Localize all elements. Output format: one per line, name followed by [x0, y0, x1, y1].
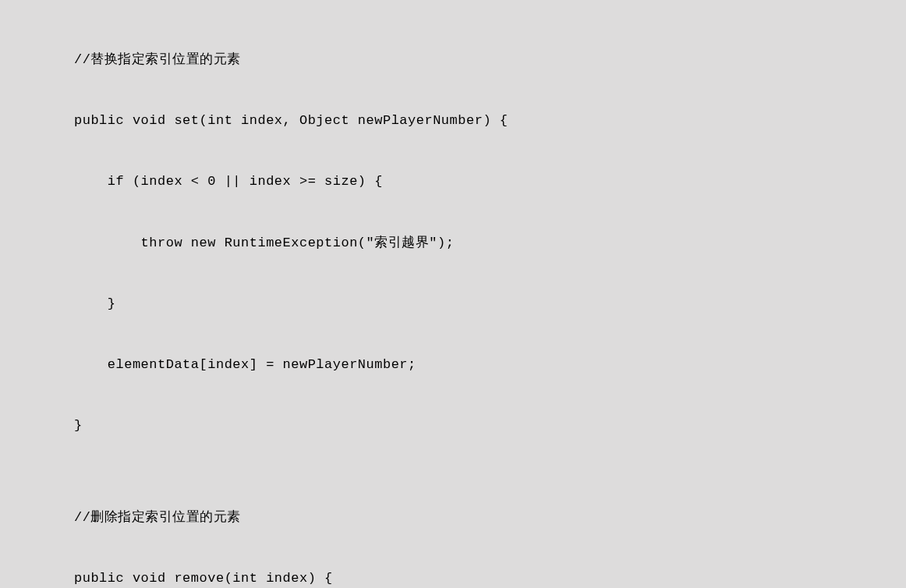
- code-line: throw new RuntimeException("索引越界");: [74, 228, 906, 258]
- code-line: elementData[index] = newPlayerNumber;: [74, 349, 906, 380]
- code-snippet: //替换指定索引位置的元素 public void set(int index,…: [74, 14, 906, 588]
- code-line: //删除指定索引位置的元素: [74, 502, 906, 533]
- code-line: public void remove(int index) {: [74, 563, 906, 588]
- code-line: }: [74, 289, 906, 319]
- code-line: }: [74, 410, 906, 441]
- code-line: //替换指定索引位置的元素: [74, 44, 906, 75]
- code-line: if (index < 0 || index >= size) {: [74, 166, 906, 197]
- code-line: public void set(int index, Object newPla…: [74, 105, 906, 136]
